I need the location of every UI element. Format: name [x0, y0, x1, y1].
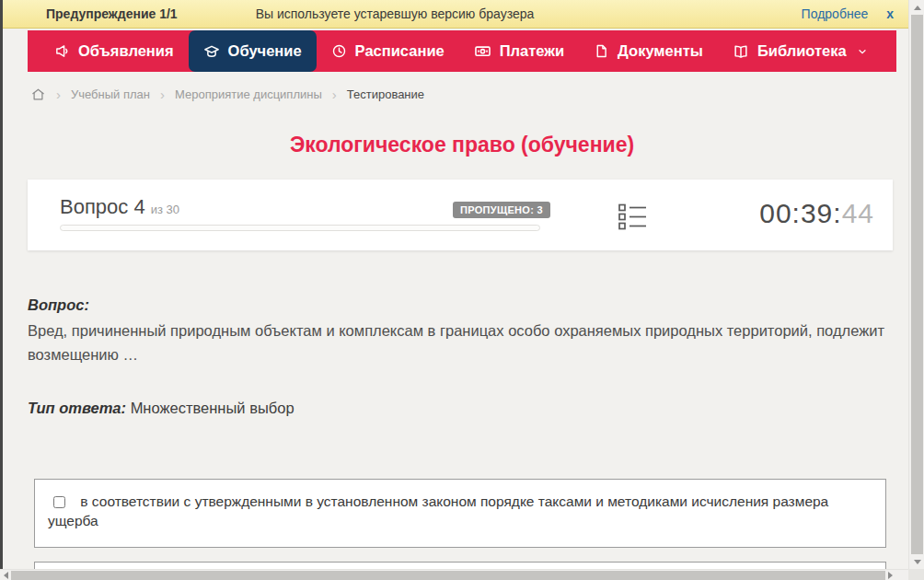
nav-tab-label: Расписание: [355, 42, 445, 60]
nav-tab-announcements[interactable]: Объявления: [40, 30, 189, 72]
breadcrumb-separator: ›: [160, 88, 165, 100]
nav-tab-education[interactable]: Обучение: [189, 30, 317, 72]
answer-checkbox-1[interactable]: [53, 496, 65, 508]
nav-tab-schedule[interactable]: Расписание: [317, 30, 459, 72]
warning-close-button[interactable]: x: [886, 6, 894, 21]
breadcrumb-separator: ›: [332, 88, 337, 100]
question-text: Вред, причиненный природным объектам и к…: [28, 319, 885, 366]
book-icon: [733, 43, 749, 60]
nav-tab-label: Библиотека: [757, 42, 847, 60]
timer-hours-minutes: 00:39:: [759, 198, 841, 228]
home-icon[interactable]: [30, 87, 46, 102]
horizontal-scrollbar-thumb[interactable]: [11, 571, 885, 580]
nav-tab-documents[interactable]: Документы: [579, 30, 718, 72]
timer: 00:39:44: [759, 198, 874, 229]
breadcrumb-item-discipline-event[interactable]: Мероприятие дисциплины: [175, 87, 322, 101]
answer-type-label: Тип ответа:: [28, 400, 126, 416]
scroll-up-button[interactable]: [909, 0, 924, 15]
chevron-down-icon: [857, 46, 868, 57]
question-list-icon[interactable]: [618, 203, 647, 234]
breadcrumb-item-current: Тестирование: [347, 87, 424, 101]
skipped-badge: ПРОПУЩЕНО: 3: [453, 202, 550, 218]
document-icon: [594, 43, 609, 59]
main-navigation: Объявления Обучение Расписание Платежи Д…: [28, 30, 896, 72]
vertical-scrollbar-thumb[interactable]: [911, 15, 923, 554]
question-total: из 30: [151, 203, 179, 216]
scrollbar-corner: [908, 569, 924, 580]
warning-more-link[interactable]: Подробнее: [802, 6, 869, 21]
browser-warning-bar: Предупреждение 1/1 Вы используете устаре…: [3, 0, 908, 29]
warning-message: Вы используете устаревшую версию браузер…: [256, 6, 535, 21]
window-edge: [0, 0, 3, 580]
warning-title: Предупреждение 1/1: [46, 6, 178, 21]
breadcrumb: › Учебный план › Мероприятие дисциплины …: [30, 85, 424, 103]
nav-tab-library[interactable]: Библиотека: [718, 30, 883, 72]
breadcrumb-item-study-plan[interactable]: Учебный план: [71, 87, 150, 101]
question-panel: Вопрос 4из 30 ПРОПУЩЕНО: 3 00:39:44: [28, 180, 893, 250]
scroll-right-button[interactable]: [884, 570, 895, 580]
horizontal-scrollbar[interactable]: [0, 569, 908, 580]
answer-option-text: в соответствии с утвержденными в установ…: [48, 493, 828, 528]
breadcrumb-separator: ›: [56, 88, 61, 100]
graduation-cap-icon: [203, 43, 220, 60]
vertical-scrollbar[interactable]: [908, 0, 924, 569]
answer-type-value: Множественный выбор: [131, 400, 295, 416]
banknote-icon: [474, 42, 491, 60]
nav-tab-label: Обучение: [228, 42, 302, 60]
clock-icon: [331, 43, 347, 59]
nav-tab-label: Платежи: [500, 42, 564, 60]
page: Предупреждение 1/1 Вы используете устаре…: [0, 0, 924, 580]
answer-option-1[interactable]: в соответствии с утвержденными в установ…: [34, 479, 886, 548]
scroll-down-button[interactable]: [909, 554, 924, 569]
question-number-label: Вопрос 4: [60, 195, 145, 218]
answer-type-row: Тип ответа: Множественный выбор: [28, 400, 295, 417]
question-number: Вопрос 4из 30: [60, 195, 179, 219]
question-label: Вопрос:: [28, 296, 89, 314]
progress-bar: [60, 225, 540, 231]
nav-tab-payments[interactable]: Платежи: [459, 30, 579, 72]
scroll-left-button[interactable]: [0, 570, 11, 580]
megaphone-icon: [54, 43, 70, 59]
timer-seconds: 44: [842, 198, 874, 228]
page-title: Экологическое право (обучение): [0, 133, 924, 157]
nav-tab-label: Документы: [618, 42, 703, 60]
nav-tab-label: Объявления: [78, 42, 174, 60]
